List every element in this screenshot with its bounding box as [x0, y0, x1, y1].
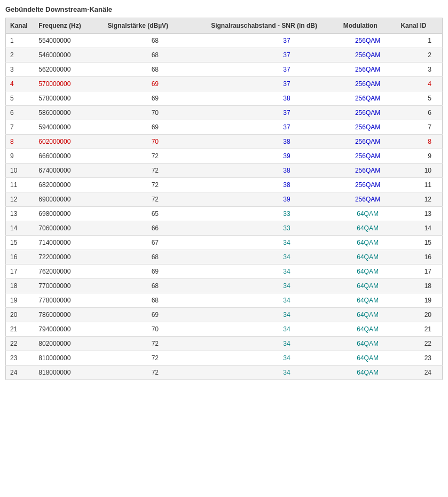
- cell-kanal: 1: [6, 34, 35, 48]
- cell-snr: 34: [207, 366, 339, 380]
- col-header-kanal: Kanal: [6, 18, 35, 34]
- cell-kanal: 17: [6, 265, 35, 279]
- cell-frequenz: 666000000: [34, 149, 103, 164]
- cell-signal: 69: [103, 120, 207, 135]
- cell-kanal: 12: [6, 192, 35, 207]
- cell-frequenz: 714000000: [34, 236, 103, 250]
- cell-kanalid: 20: [396, 308, 442, 322]
- cell-snr: 37: [207, 106, 339, 120]
- cell-snr: 33: [207, 207, 339, 221]
- cell-kanalid: 16: [396, 250, 442, 265]
- cell-mod: 256QAM: [339, 63, 397, 77]
- cell-signal: 68: [103, 250, 207, 265]
- cell-kanalid: 17: [396, 265, 442, 279]
- cell-mod: 64QAM: [339, 250, 397, 265]
- cell-mod: 256QAM: [339, 149, 397, 164]
- cell-signal: 69: [103, 265, 207, 279]
- cell-mod: 256QAM: [339, 178, 397, 192]
- cell-kanal: 19: [6, 293, 35, 308]
- cell-signal: 68: [103, 63, 207, 77]
- table-row: 15 714000000 67 34 64QAM 15: [6, 236, 443, 250]
- cell-mod: 64QAM: [339, 308, 397, 322]
- cell-signal: 72: [103, 351, 207, 366]
- cell-frequenz: 554000000: [34, 34, 103, 48]
- cell-kanalid: 4: [396, 77, 442, 91]
- cell-frequenz: 770000000: [34, 279, 103, 293]
- cell-mod: 64QAM: [339, 322, 397, 337]
- cell-kanal: 4: [6, 77, 35, 91]
- cell-kanalid: 19: [396, 293, 442, 308]
- table-body: 1 554000000 68 37 256QAM 1 2 546000000 6…: [6, 34, 443, 380]
- cell-frequenz: 786000000: [34, 308, 103, 322]
- cell-frequenz: 810000000: [34, 351, 103, 366]
- cell-frequenz: 698000000: [34, 207, 103, 221]
- cell-frequenz: 570000000: [34, 77, 103, 91]
- cell-kanal: 20: [6, 308, 35, 322]
- cell-kanal: 2: [6, 48, 35, 63]
- table-row: 17 762000000 69 34 64QAM 17: [6, 265, 443, 279]
- table-row: 9 666000000 72 39 256QAM 9: [6, 149, 443, 164]
- cell-mod: 256QAM: [339, 120, 397, 135]
- table-row: 18 770000000 68 34 64QAM 18: [6, 279, 443, 293]
- cell-signal: 67: [103, 236, 207, 250]
- cell-kanal: 13: [6, 207, 35, 221]
- cell-frequenz: 690000000: [34, 192, 103, 207]
- cell-snr: 39: [207, 192, 339, 207]
- cell-frequenz: 802000000: [34, 337, 103, 351]
- cell-kanalid: 8: [396, 135, 442, 149]
- cell-kanal: 3: [6, 63, 35, 77]
- cell-kanal: 5: [6, 91, 35, 106]
- cell-kanal: 11: [6, 178, 35, 192]
- cell-frequenz: 594000000: [34, 120, 103, 135]
- cell-kanalid: 7: [396, 120, 442, 135]
- cell-signal: 72: [103, 192, 207, 207]
- cell-kanal: 23: [6, 351, 35, 366]
- section-title: Gebündelte Downstream-Kanäle: [5, 5, 443, 13]
- cell-mod: 64QAM: [339, 366, 397, 380]
- downstream-table: Kanal Frequenz (Hz) Signalstärke (dBµV) …: [5, 18, 443, 380]
- col-header-mod: Modulation: [339, 18, 397, 34]
- cell-mod: 256QAM: [339, 34, 397, 48]
- cell-signal: 70: [103, 135, 207, 149]
- cell-frequenz: 602000000: [34, 135, 103, 149]
- table-row: 4 570000000 69 37 256QAM 4: [6, 77, 443, 91]
- cell-kanal: 10: [6, 164, 35, 178]
- cell-snr: 39: [207, 149, 339, 164]
- cell-snr: 37: [207, 48, 339, 63]
- cell-snr: 34: [207, 337, 339, 351]
- cell-kanalid: 9: [396, 149, 442, 164]
- cell-snr: 33: [207, 221, 339, 236]
- cell-mod: 256QAM: [339, 77, 397, 91]
- cell-signal: 68: [103, 34, 207, 48]
- cell-signal: 70: [103, 322, 207, 337]
- table-row: 11 682000000 72 38 256QAM 11: [6, 178, 443, 192]
- cell-kanalid: 10: [396, 164, 442, 178]
- col-header-snr: Signalrauschabstand - SNR (in dB): [207, 18, 339, 34]
- cell-kanalid: 23: [396, 351, 442, 366]
- cell-snr: 37: [207, 63, 339, 77]
- col-header-frequenz: Frequenz (Hz): [34, 18, 103, 34]
- cell-kanal: 7: [6, 120, 35, 135]
- cell-signal: 69: [103, 91, 207, 106]
- table-row: 5 578000000 69 38 256QAM 5: [6, 91, 443, 106]
- table-row: 2 546000000 68 37 256QAM 2: [6, 48, 443, 63]
- cell-frequenz: 586000000: [34, 106, 103, 120]
- cell-signal: 68: [103, 293, 207, 308]
- cell-kanal: 9: [6, 149, 35, 164]
- cell-frequenz: 546000000: [34, 48, 103, 63]
- cell-kanal: 14: [6, 221, 35, 236]
- cell-frequenz: 794000000: [34, 322, 103, 337]
- col-header-kanalid: Kanal ID: [396, 18, 442, 34]
- cell-kanalid: 2: [396, 48, 442, 63]
- table-header-row: Kanal Frequenz (Hz) Signalstärke (dBµV) …: [6, 18, 443, 34]
- cell-kanalid: 24: [396, 366, 442, 380]
- cell-snr: 37: [207, 77, 339, 91]
- cell-snr: 34: [207, 308, 339, 322]
- cell-signal: 69: [103, 308, 207, 322]
- cell-signal: 66: [103, 221, 207, 236]
- cell-snr: 38: [207, 135, 339, 149]
- cell-mod: 256QAM: [339, 91, 397, 106]
- cell-kanalid: 6: [396, 106, 442, 120]
- cell-mod: 64QAM: [339, 351, 397, 366]
- cell-mod: 256QAM: [339, 135, 397, 149]
